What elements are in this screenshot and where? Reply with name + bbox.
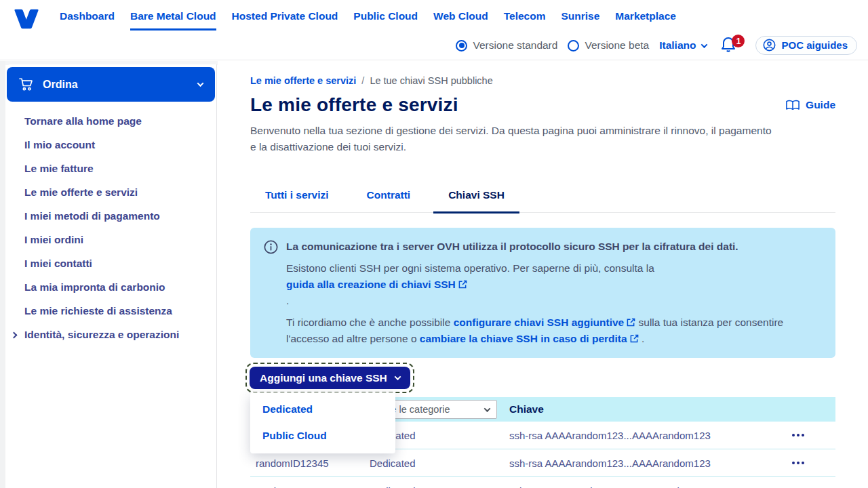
sidebar-item-invoices[interactable]: Le mie fatture <box>5 157 216 181</box>
tab-all-services[interactable]: Tutti i servizi <box>250 184 344 212</box>
external-link-icon <box>458 280 467 289</box>
info-text: Ti ricordiamo che è anche possibile <box>286 317 454 328</box>
tab-ssh-keys[interactable]: Chiavi SSH <box>433 184 519 212</box>
nav-telecom[interactable]: Telecom <box>504 0 546 32</box>
version-standard-radio[interactable]: Versione standard <box>456 39 557 52</box>
book-icon <box>786 100 800 111</box>
sidebar-item-orders[interactable]: I miei ordini <box>5 228 216 252</box>
title-row: Le mie offerte e servizi Guide <box>250 94 835 116</box>
sidebar-item-support-requests[interactable]: Le mie richieste di assistenza <box>5 300 216 323</box>
breadcrumb: Le mie offerte e servizi / Le tue chiavi… <box>250 75 835 86</box>
guide-label: Guide <box>806 99 835 111</box>
ssh-key-actions: Aggiungi una chiave SSH Dedicated Public… <box>250 367 835 390</box>
account-menu-button[interactable]: POC aiguides <box>755 36 857 55</box>
sidebar-item-payment-methods[interactable]: I miei metodi di pagamento <box>5 205 216 228</box>
tab-contracts[interactable]: Contratti <box>352 184 426 212</box>
order-button-label: Ordina <box>43 79 78 91</box>
chevron-down-icon <box>394 373 401 380</box>
row-actions-menu-button[interactable] <box>788 456 808 470</box>
nav-public-cloud[interactable]: Public Cloud <box>353 0 418 32</box>
menu-item-dedicated[interactable]: Dedicated <box>250 396 395 423</box>
sidebar-item-home[interactable]: Tornare alla home page <box>5 110 216 134</box>
notification-count-badge: 1 <box>732 35 745 47</box>
info-box-title: La comunicazione tra i server OVH utiliz… <box>286 239 819 255</box>
change-ssh-key-link[interactable]: cambiare la chiave SSH in caso di perdit… <box>420 333 639 344</box>
sidebar-item-services[interactable]: Le mie offerte e servizi <box>5 181 216 205</box>
language-selector[interactable]: Italiano <box>659 39 707 52</box>
order-button[interactable]: Ordina <box>7 67 215 102</box>
chevron-right-icon <box>11 332 18 339</box>
chevron-down-icon <box>701 41 708 48</box>
menu-item-public-cloud[interactable]: Public Cloud <box>250 423 395 449</box>
radio-selected-icon <box>456 40 467 52</box>
info-box-paragraph-1: Esistono clienti SSH per ogni sistema op… <box>286 260 819 309</box>
link-label: configurare chiavi SSH aggiuntive <box>454 317 625 328</box>
version-beta-label: Versione beta <box>585 39 649 52</box>
configure-additional-ssh-keys-link[interactable]: configurare chiavi SSH aggiuntive <box>454 317 636 328</box>
breadcrumb-parent-link[interactable]: Le mie offerte e servizi <box>250 75 356 86</box>
radio-unselected-icon <box>568 40 579 52</box>
utility-bar: Versione standard Versione beta Italiano… <box>456 36 857 55</box>
chevron-down-icon <box>197 80 204 87</box>
ssh-key-id: randomID123456 <box>250 485 370 488</box>
tab-bar: Tutti i servizi Contratti Chiavi SSH <box>250 184 835 213</box>
user-icon <box>763 39 776 52</box>
language-label: Italiano <box>659 39 696 52</box>
ovhcloud-logo-icon <box>11 4 42 33</box>
top-header: Dashboard Bare Metal Cloud Hosted Privat… <box>0 0 868 60</box>
add-ssh-key-button[interactable]: Aggiungi una chiave SSH <box>250 367 410 389</box>
ssh-info-box: La comunicazione tra i server OVH utiliz… <box>250 228 835 358</box>
sidebar-item-contacts[interactable]: I miei contatti <box>5 252 216 276</box>
breadcrumb-separator: / <box>361 75 364 86</box>
nav-web-cloud[interactable]: Web Cloud <box>433 0 488 32</box>
sidebar-item-account[interactable]: Il mio account <box>5 134 216 157</box>
ssh-key-value: ssh-rsa AAAArandom123...AAAArandom123 <box>509 485 788 488</box>
ssh-key-value: ssh-rsa AAAArandom123...AAAArandom123 <box>509 430 788 441</box>
ellipsis-icon <box>792 462 795 464</box>
primary-nav: Dashboard Bare Metal Cloud Hosted Privat… <box>60 0 676 32</box>
page-description: Benvenuto nella tua sezione di gestione … <box>250 123 778 155</box>
info-box-paragraph-2: Ti ricordiamo che è anche possibile conf… <box>286 314 819 347</box>
ssh-key-category: Dedicated <box>370 485 509 488</box>
nav-sunrise[interactable]: Sunrise <box>561 0 599 32</box>
ssh-key-value: ssh-rsa AAAArandom123...AAAArandom123 <box>509 458 788 469</box>
row-actions-menu-button[interactable] <box>788 484 808 488</box>
ssh-key-id: randomID12345 <box>250 458 370 469</box>
ovh-manager-page: Dashboard Bare Metal Cloud Hosted Privat… <box>0 0 868 488</box>
sidebar: Ordina Tornare alla home page Il mio acc… <box>5 64 217 488</box>
external-link-icon <box>627 318 635 327</box>
left-gutter <box>0 61 5 488</box>
info-box-text: La comunicazione tra i server OVH utiliz… <box>286 239 819 347</box>
link-label: cambiare la chiave SSH in caso di perdit… <box>420 333 627 344</box>
ssh-key-creation-guide-link[interactable]: guida alla creazione di chiavi SSH <box>286 279 467 290</box>
cart-icon <box>19 77 34 92</box>
sidebar-item-identity-security[interactable]: Identità, sicurezza e operazioni <box>5 323 216 347</box>
page-title: Le mie offerte e servizi <box>250 94 458 116</box>
link-label: guida alla creazione di chiavi SSH <box>286 279 456 290</box>
guide-link[interactable]: Guide <box>786 99 835 111</box>
nav-bare-metal-cloud[interactable]: Bare Metal Cloud <box>130 0 216 32</box>
info-text: . <box>639 333 645 344</box>
ellipsis-icon <box>792 434 795 436</box>
nav-hosted-private-cloud[interactable]: Hosted Private Cloud <box>232 0 338 32</box>
main-content: Le mie offerte e servizi / Le tue chiavi… <box>218 60 868 488</box>
nav-dashboard[interactable]: Dashboard <box>60 0 115 32</box>
notifications-button[interactable]: 1 <box>721 36 736 55</box>
add-ssh-key-label: Aggiungi una chiave SSH <box>260 372 387 384</box>
chevron-down-icon <box>484 405 491 412</box>
key-column-header: Chiave <box>509 403 788 415</box>
table-row: randomID123456 Dedicated ssh-rsa AAAAran… <box>250 477 835 488</box>
ssh-key-category: Dedicated <box>370 458 509 469</box>
nav-marketplace[interactable]: Marketplace <box>615 0 676 32</box>
breadcrumb-current: Le tue chiavi SSH pubbliche <box>370 75 492 86</box>
version-beta-radio[interactable]: Versione beta <box>568 39 649 52</box>
add-ssh-key-dropdown: Dedicated Public Cloud <box>250 392 395 453</box>
sidebar-item-label: Identità, sicurezza e operazioni <box>24 329 179 340</box>
row-actions-menu-button[interactable] <box>788 428 808 442</box>
info-icon <box>264 240 278 254</box>
table-row: randomID12345 Dedicated ssh-rsa AAAArand… <box>250 449 835 477</box>
ovhcloud-logo[interactable] <box>11 4 42 35</box>
account-name: POC aiguides <box>781 39 848 51</box>
info-text: Esistono clienti SSH per ogni sistema op… <box>286 262 654 274</box>
sidebar-item-carbon-footprint[interactable]: La mia impronta di carbonio <box>5 276 216 300</box>
